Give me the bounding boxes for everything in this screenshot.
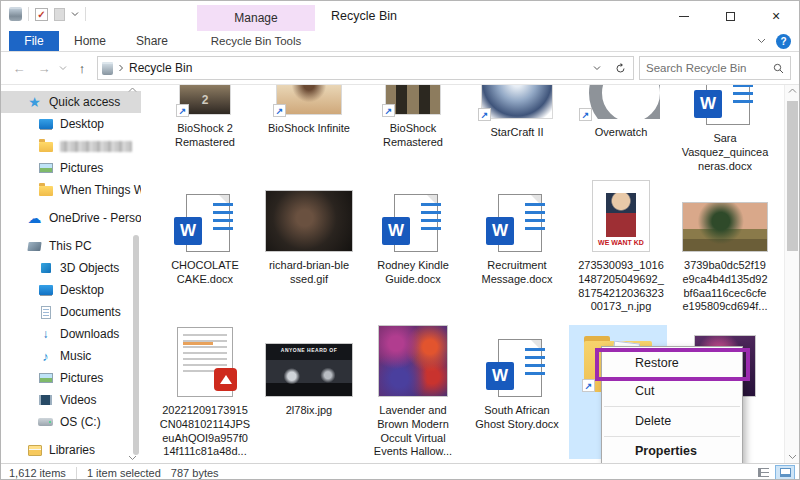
pictures-icon [38,161,53,175]
menu-item-delete[interactable]: Delete [602,408,742,435]
file-tree-jpg[interactable]: 3739ba0dc52f19 e9ca4b4d135d92 bf6aa116ce… [673,180,777,314]
scroll-down-icon[interactable] [128,455,137,461]
tab-home[interactable]: Home [59,31,121,51]
sidebar-item-downloads[interactable]: ↓ Downloads [1,323,141,345]
sidebar-item-videos[interactable]: Videos [1,389,141,411]
folder-icon [38,139,53,153]
jpg-thumbnail [682,202,768,252]
shortcut-arrow-icon: ↗ [176,104,189,117]
forward-button[interactable]: → [34,58,54,78]
properties-qat-icon[interactable]: ✓ [35,8,48,21]
minimize-button[interactable] [661,1,707,31]
word-document-icon: W [486,194,548,252]
sidebar-item-libraries[interactable]: Libraries [1,439,141,461]
customize-qat-chevron-icon[interactable] [71,11,79,17]
sidebar-scrollbar-thumb[interactable] [133,235,139,455]
back-button[interactable]: ← [9,58,29,78]
scroll-up-icon[interactable] [128,87,137,93]
close-button[interactable]: × [753,1,799,31]
help-icon[interactable]: ? [776,34,791,49]
file-south-african-ghost-story-docx[interactable]: W South African Ghost Story.docx [465,325,569,459]
tab-recycle-bin-tools[interactable]: Recycle Bin Tools [197,31,315,51]
file-sara-vasquez-docx[interactable]: W Sara Vasquez_quincea neras.docx [673,85,777,173]
file-bioshock-remastered[interactable]: ↗ BioShock Remastered [361,85,465,173]
file-recruitment-message-docx[interactable]: W Recruitment Message.docx [465,180,569,314]
file-list-area: 2 ↗ BioShock 2 Remastered ↗ BioShock Inf… [141,85,799,463]
address-box[interactable]: Recycle Bin [97,56,634,80]
3d-objects-icon [38,261,53,275]
file-chocolate-cake-docx[interactable]: W CHOCOLATE CAKE.docx [153,180,257,314]
sidebar-item-3d-objects[interactable]: 3D Objects [1,257,141,279]
address-dropdown-button[interactable] [588,65,606,71]
downloads-icon: ↓ [38,327,53,341]
sidebar-item-documents[interactable]: Documents [1,301,141,323]
music-icon: ♪ [38,349,53,363]
refresh-button[interactable] [611,63,629,74]
menu-item-restore[interactable]: Restore [602,349,742,378]
divider [76,467,77,479]
scroll-up-icon[interactable] [785,88,799,94]
this-pc-icon [27,239,42,253]
file-rodney-kindle-guide-docx[interactable]: W Rodney Kindle Guide.docx [361,180,465,314]
sidebar-item-desktop[interactable]: Desktop [1,279,141,301]
drive-icon [38,415,53,429]
menu-item-properties[interactable]: Properties [602,438,742,463]
tab-file[interactable]: File [9,31,59,51]
content-scrollbar-thumb[interactable] [787,101,798,251]
sidebar-item-pictures-pinned[interactable]: Pictures [1,157,141,179]
sidebar-item-redacted[interactable] [1,135,141,157]
file-2l78ix-jpg[interactable]: ANYONE HEARD OF 2l78ix.jpg [257,325,361,459]
file-overwatch[interactable]: ↗ Overwatch [569,85,673,173]
file-label: 3739ba0dc52f19 e9ca4b4d135d92 bf6aa116ce… [682,259,767,314]
file-starcraft-ii[interactable]: ↗ StarCraft II [465,85,569,173]
file-bioshock-2-remastered[interactable]: 2 ↗ BioShock 2 Remastered [153,85,257,173]
search-icon[interactable] [773,63,784,74]
file-lavender-occult-events[interactable]: Lavender and Brown Modern Occult Virtual… [361,325,465,459]
menu-item-cut[interactable]: Cut [602,378,742,405]
breadcrumb[interactable]: Recycle Bin [129,61,583,75]
details-view-button[interactable] [753,465,773,480]
window-title: Recycle Bin [331,9,397,23]
ribbon-contextual-manage[interactable]: Manage [197,5,315,31]
search-box[interactable] [639,56,791,80]
menu-separator [604,406,740,407]
new-folder-qat-icon[interactable] [54,8,65,21]
ribbon-collapse-chevron-icon[interactable] [757,38,766,44]
documents-icon [38,305,53,319]
title-bar: ✓ Manage Recycle Bin × [1,1,799,31]
scroll-down-icon[interactable] [785,454,799,460]
maximize-button[interactable] [707,1,753,31]
sidebar-item-pictures[interactable]: Pictures [1,367,141,389]
status-bar: 1,612 items 1 item selected 787 bytes [1,463,799,480]
details-view-icon [758,468,769,477]
word-document-icon: W [694,85,756,125]
file-receipt-pdf[interactable]: 20221209173915 CN048102114JPS euAhQOI9a9… [153,325,257,459]
file-label: Lavender and Brown Modern Occult Virtual… [374,404,452,459]
file-bioshock-infinite[interactable]: ↗ BioShock Infinite [257,85,361,173]
file-richard-brian-blessed-gif[interactable]: richard-brian-ble ssed.gif [257,180,361,314]
sidebar-item-music[interactable]: ♪ Music [1,345,141,367]
sidebar-item-this-pc[interactable]: This PC [1,235,141,257]
recent-locations-chevron-icon[interactable] [59,65,67,71]
sidebar-item-desktop-pinned[interactable]: Desktop [1,113,141,135]
tab-share[interactable]: Share [121,31,183,51]
breadcrumb-chevron-icon[interactable] [118,64,124,72]
explorer-body: ★ Quick access Desktop Pictures When Thi… [1,85,799,463]
up-button[interactable]: ↑ [72,58,92,78]
sidebar-item-when-things-we[interactable]: When Things We [1,179,141,201]
sidebar-item-onedrive[interactable]: ☁ OneDrive - Person [1,207,141,229]
search-input[interactable] [646,62,773,74]
file-we-want-kd-jpg[interactable]: WE WANT KD 273530093_1016 1487205049692_… [569,180,673,314]
recycle-bin-window-icon[interactable] [9,7,22,21]
content-scrollbar[interactable] [784,85,799,463]
quick-access-star-icon: ★ [27,95,42,109]
thumbnails-view-button[interactable] [775,465,795,480]
sidebar-item-quick-access[interactable]: ★ Quick access [1,91,141,113]
shortcut-arrow-icon: ↗ [382,104,395,117]
onedrive-cloud-icon: ☁ [27,211,42,225]
file-label: South African Ghost Story.docx [475,404,559,432]
divider [28,7,29,21]
sidebar-item-os-c[interactable]: OS (C:) [1,411,141,433]
status-view-buttons [753,464,795,480]
jpg-thumbnail: WE WANT KD [592,180,650,252]
